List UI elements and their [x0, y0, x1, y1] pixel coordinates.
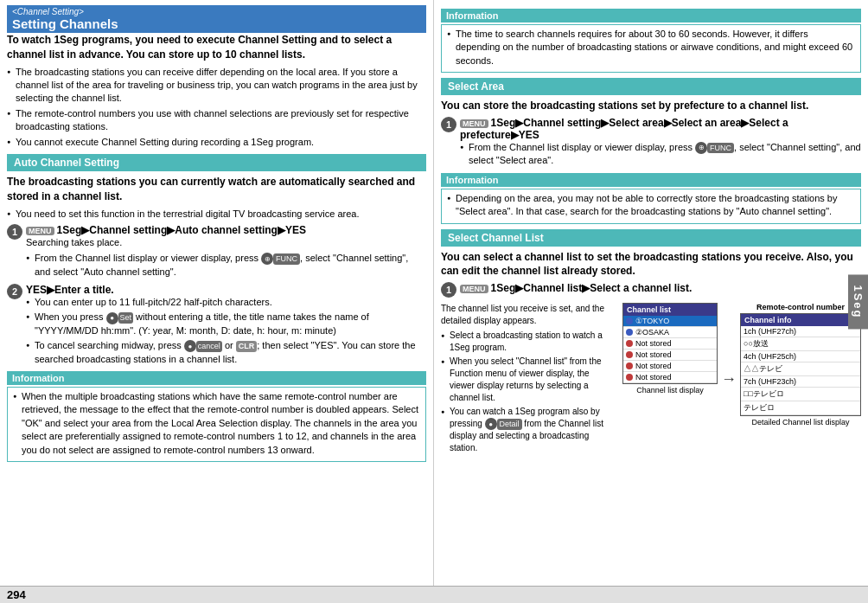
select-channel-step1-circle: 1: [441, 282, 456, 298]
ch-detail-num-3: 7ch (UHF23ch): [744, 377, 796, 386]
channel-desc-bullet-1: Select a broadcasting station to watch a…: [441, 330, 616, 354]
select-channel-list-bold: You can select a channel list to set the…: [441, 250, 861, 279]
ch-name-ns4: Not stored: [635, 373, 672, 382]
step1-sub: Searching takes place.: [26, 236, 426, 249]
step1-content: MENU 1Seg▶Channel setting▶Auto channel s…: [26, 224, 426, 280]
step1-bullet-1: From the Channel list display or viewer …: [26, 252, 426, 279]
select-area-step1-row: 1 MENU 1Seg▶Channel setting▶Select area▶…: [441, 117, 861, 170]
channel-setting-main-title: Setting Channels: [12, 16, 421, 31]
right-column: Information The time to search channels …: [434, 0, 868, 586]
step2-command: YES▶Enter a title.: [26, 284, 114, 296]
channel-list-side: Channel list ①TOKYO ②OSAKA Not stored: [622, 303, 718, 395]
set-badge: Set: [118, 312, 134, 324]
menu-key-3: MENU: [460, 285, 488, 293]
ch-detail-row-2: 4ch (UHF25ch): [741, 351, 860, 362]
left-info-box-label: Information: [7, 371, 426, 385]
ch-name-ns2: Not stored: [635, 350, 672, 359]
step2-row: 2 YES▶Enter a title. You can enter up to…: [7, 284, 426, 368]
left-column: <Channel Setting> Setting Channels To wa…: [0, 0, 434, 586]
auto-channel-bullet-1: You need to set this function in the ter…: [7, 208, 426, 221]
select-area-step1-circle: 1: [441, 117, 456, 132]
channel-boxes-area: Channel list ①TOKYO ②OSAKA Not stored: [622, 303, 861, 456]
select-area-step1-bullets: From the Channel list display or viewer …: [460, 141, 861, 168]
ch-detail-jp-3b: テレビロ: [744, 402, 775, 414]
ch-detail-jp-2: △△テレビ: [744, 363, 782, 375]
channel-list-header: Channel list: [623, 304, 717, 316]
select-channel-list-heading: Select Channel List: [441, 229, 861, 247]
select-area-info-content: Depending on the area, you may not be ab…: [441, 189, 861, 224]
remote-label: Remote-control number: [756, 303, 845, 311]
intro-bullet-2: The remote-control numbers you use with …: [7, 107, 426, 134]
channel-detail-header: Channel info: [741, 314, 860, 326]
select-channel-step1-row: 1 MENU 1Seg▶Channel list▶Select a channe…: [441, 282, 861, 298]
select-channel-step1-command: 1Seg▶Channel list▶Select a channel list.: [491, 282, 692, 294]
ch-detail-name-2: △△テレビ: [741, 362, 860, 376]
select-area-heading: Select Area: [441, 78, 861, 95]
ch-detail-num-2: 4ch (UHF25ch): [744, 352, 796, 361]
step2-bullet-3: To cancel searching midway, press ●cance…: [26, 339, 426, 366]
cancel-badge: cancel: [196, 341, 222, 352]
step1-row: 1 MENU 1Seg▶Channel setting▶Auto channel…: [7, 224, 426, 280]
func-btn-icon: ⊕: [261, 253, 273, 265]
channel-row-tokyo[interactable]: ①TOKYO: [623, 316, 717, 327]
ch-detail-name-3b: テレビロ: [741, 401, 860, 415]
channel-detail-side: Remote-control number Channel info 1ch (…: [740, 303, 861, 427]
ch-icon-red-4: [626, 374, 633, 381]
channel-desc-bullet-2: When you select "Channel list" from the …: [441, 356, 616, 404]
step1-command: 1Seg▶Channel setting▶Auto channel settin…: [57, 224, 306, 236]
channel-row-osaka[interactable]: ②OSAKA: [623, 327, 717, 338]
side-tab: 1Seg: [848, 274, 868, 329]
ch-detail-name-1: ○○放送: [741, 337, 860, 351]
step1-bullets: From the Channel list display or viewer …: [26, 252, 426, 279]
ch-icon-red-1: [626, 340, 633, 347]
menu-key-2: MENU: [460, 119, 488, 128]
step2-bullet-2: When you press ●Set without entering a t…: [26, 311, 426, 337]
step2-bullets: You can enter up to 11 full-pitch/22 hal…: [26, 296, 426, 366]
step2-circle: 2: [7, 284, 22, 299]
channel-display-section: The channel list you receive is set, and…: [441, 303, 861, 456]
page-number: 294: [7, 588, 26, 601]
detail-badge: Detail: [497, 419, 522, 430]
ch-name-ns1: Not stored: [635, 339, 672, 348]
arrow-icon: →: [721, 370, 737, 388]
auto-channel-bullets: You need to set this function in the ter…: [7, 208, 426, 221]
left-info-box-content: When the multiple broadcasting stations …: [7, 387, 426, 462]
intro-bullet-list: The broadcasting stations you can receiv…: [7, 66, 426, 149]
func-badge: FUNC: [273, 253, 300, 265]
right-info-top-bullets: The time to search channels requires for…: [447, 28, 855, 67]
right-info-box-top-label: Information: [441, 9, 861, 22]
channel-detail-display-label: Detailed Channel list display: [751, 418, 849, 427]
channel-setting-header: <Channel Setting> Setting Channels: [7, 5, 426, 33]
channel-list-display-label: Channel list display: [636, 386, 704, 395]
channel-setting-top-label: <Channel Setting>: [12, 7, 421, 16]
auto-channel-bold: The broadcasting stations you can curren…: [7, 175, 426, 204]
ch-name-ns3: Not stored: [635, 362, 672, 370]
cancel-btn-icon: ●: [184, 340, 196, 352]
ch-name-osaka: ②OSAKA: [635, 328, 669, 337]
ch-icon-red-3: [626, 362, 633, 369]
ch-detail-name-3: □□テレビロ: [741, 388, 860, 401]
ch-icon-red-2: [626, 351, 633, 358]
channel-row-ns4: Not stored: [623, 372, 717, 383]
intro-bullet-3: You cannot execute Channel Setting durin…: [7, 136, 426, 149]
select-area-step1-content: MENU 1Seg▶Channel setting▶Select area▶Se…: [460, 117, 861, 170]
channel-desc-text: The channel list you receive is set, and…: [441, 303, 616, 327]
menu-key: MENU: [26, 227, 54, 235]
select-area-info-label: Information: [441, 173, 861, 187]
ch-detail-row-1: 1ch (UHF27ch): [741, 326, 860, 337]
step2-content: YES▶Enter a title. You can enter up to 1…: [26, 284, 426, 368]
channel-desc-bullet-3: You can watch a 1Seg program also by pre…: [441, 406, 616, 454]
func-btn-2-icon: ⊕: [695, 142, 707, 154]
func-badge-2: FUNC: [707, 143, 734, 154]
ch-icon-blue-1: [626, 318, 633, 324]
channel-list-box: Channel list ①TOKYO ②OSAKA Not stored: [622, 303, 718, 384]
ch-detail-jp-3: □□テレビロ: [744, 388, 784, 400]
channel-row-ns2: Not stored: [623, 350, 717, 361]
bottom-bar: 294: [0, 586, 868, 603]
ch-detail-num-1: 1ch (UHF27ch): [744, 327, 796, 336]
select-area-info-bullets: Depending on the area, you may not be ab…: [447, 192, 855, 219]
select-area-bullet-1: From the Channel list display or viewer …: [460, 141, 861, 168]
right-info-top-bullet-1: The time to search channels requires for…: [447, 28, 855, 67]
auto-channel-heading: Auto Channel Setting: [7, 154, 426, 171]
channel-desc-bullets: Select a broadcasting station to watch a…: [441, 330, 616, 454]
